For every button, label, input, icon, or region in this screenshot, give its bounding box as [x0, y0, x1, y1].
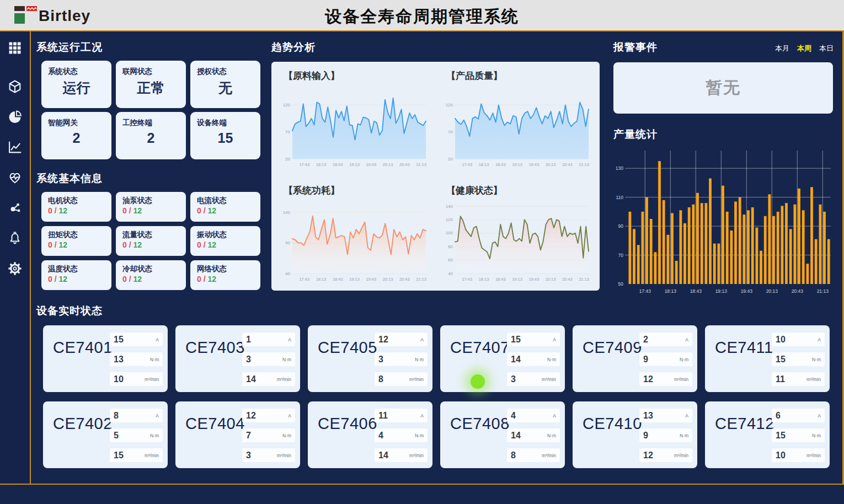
device-card-ce7410[interactable]: CE7410 13A 9N·m 12m³/min	[573, 401, 697, 468]
device-name: CE7403	[185, 339, 245, 357]
svg-text:17:43: 17:43	[462, 277, 472, 282]
svg-text:18:43: 18:43	[495, 162, 506, 167]
metric-value: 9	[643, 431, 648, 441]
svg-text:20:43: 20:43	[792, 288, 804, 294]
metric-value: 15	[776, 355, 786, 364]
metric-row: 2A	[639, 333, 692, 346]
system-info-grid: 电机状态0 / 12 油泵状态0 / 12 电流状态0 / 12 扭矩状态0 /…	[41, 192, 260, 290]
cube-3d-icon[interactable]	[7, 78, 23, 95]
unit-label: N·m	[812, 433, 821, 438]
device-card-ce7407[interactable]: CE7407 15A 14N·m 3m³/min	[440, 325, 565, 392]
apps-grid-icon[interactable]	[7, 40, 23, 56]
device-card-ce7405[interactable]: CE7405 12A 3N·m 8m³/min	[308, 325, 432, 392]
tab-today[interactable]: 本日	[819, 44, 834, 53]
svg-text:20:43: 20:43	[399, 277, 410, 282]
metric-value: 2	[643, 335, 648, 345]
svg-text:19:13: 19:13	[512, 277, 522, 282]
section-title-production: 产量统计	[613, 127, 658, 142]
metric-row: 1A	[242, 333, 295, 346]
alarm-count: 0 /	[48, 206, 57, 215]
section-title-devices: 设备实时状态	[36, 304, 103, 318]
device-card-ce7412[interactable]: CE7412 6A 15N·m 10m³/min	[705, 401, 830, 468]
info-card-count: 0 / 12	[122, 240, 179, 249]
status-card-value: 无	[197, 79, 254, 97]
device-card-ce7408[interactable]: CE7408 4A 14N·m 8m³/min	[440, 401, 565, 468]
network-nodes-icon[interactable]	[7, 200, 23, 216]
device-name: CE7411	[715, 339, 773, 357]
info-card-count: 0 / 12	[48, 240, 105, 249]
alarm-count: 0 /	[197, 275, 206, 283]
device-card-ce7409[interactable]: CE7409 2A 9N·m 12m³/min	[573, 325, 697, 392]
info-card-count: 0 / 12	[197, 206, 254, 215]
metric-value: 4	[511, 411, 516, 421]
metric-row: 3N·m	[242, 352, 295, 366]
production-bar-chart: 17:4318:1318:4319:1319:4320:1320:4321:13…	[611, 145, 835, 297]
metric-row: 8m³/min	[375, 372, 428, 386]
pie-chart-icon[interactable]	[7, 109, 23, 125]
svg-text:40: 40	[448, 271, 453, 276]
unit-label: A	[685, 337, 688, 342]
metric-row: 12m³/min	[639, 372, 692, 386]
svg-text:19:13: 19:13	[349, 277, 360, 282]
metric-value: 10	[114, 374, 124, 384]
info-card-label: 油泵状态	[122, 196, 179, 206]
device-card-ce7411[interactable]: CE7411 10A 15N·m 11m³/min	[705, 325, 830, 392]
metric-row: 10m³/min	[110, 372, 163, 386]
device-card-ce7403[interactable]: CE7403 1A 3N·m 14m³/min	[175, 325, 300, 392]
chart-title: 【原料输入】	[284, 69, 340, 82]
health-pulse-icon[interactable]	[7, 169, 23, 186]
unit-label: A	[685, 413, 688, 419]
svg-text:18:13: 18:13	[316, 162, 327, 167]
unit-label: N·m	[547, 357, 556, 362]
svg-text:20:43: 20:43	[562, 162, 573, 167]
gear-icon[interactable]	[7, 260, 23, 277]
device-name: CE7409	[583, 339, 642, 357]
device-name: CE7406	[318, 415, 377, 433]
device-card-ce7404[interactable]: CE7404 12A 7N·m 3m³/min	[175, 401, 300, 468]
unit-label: m³/min	[806, 377, 821, 382]
metric-value: 3	[378, 355, 383, 364]
info-card-count: 0 / 12	[48, 206, 105, 215]
svg-text:19:43: 19:43	[366, 277, 376, 282]
device-metrics: 15A 13N·m 10m³/min	[110, 333, 163, 392]
frame-line-sidebar	[30, 31, 31, 484]
metric-row: 9N·m	[639, 428, 692, 442]
device-card-ce7402[interactable]: CE7402 8A 5N·m 15m³/min	[43, 401, 168, 468]
device-name: CE7408	[450, 415, 510, 433]
unit-label: N·m	[150, 357, 159, 362]
device-metrics: 12A 7N·m 3m³/min	[242, 409, 295, 468]
unit-label: A	[553, 337, 556, 342]
top-header: Birtley 设备全寿命周期管理系统	[0, 0, 844, 30]
bell-icon[interactable]	[7, 230, 23, 246]
status-card: 系统状态运行	[41, 61, 111, 108]
chart-title: 【健康状态】	[446, 184, 503, 197]
info-card: 网络状态0 / 12	[190, 260, 260, 290]
info-card: 油泵状态0 / 12	[116, 192, 186, 222]
metric-row: 3m³/min	[242, 448, 295, 462]
status-card-label: 授权状态	[197, 67, 254, 77]
production-chart-wrap: 17:4318:1318:4319:1319:4320:1320:4321:13…	[611, 145, 835, 297]
total-count: 12	[133, 275, 142, 283]
metric-value: 14	[511, 355, 521, 364]
unit-label: A	[156, 337, 159, 342]
tab-this-month[interactable]: 本月	[775, 44, 789, 53]
info-card-label: 振动状态	[197, 230, 254, 240]
metric-value: 1	[246, 335, 251, 345]
line-chart-icon[interactable]	[7, 139, 23, 156]
status-card-value: 2	[48, 130, 105, 146]
device-card-ce7406[interactable]: CE7406 11A 4N·m 14m³/min	[308, 401, 432, 468]
svg-text:19:13: 19:13	[715, 288, 728, 294]
info-card-label: 扭矩状态	[48, 230, 105, 240]
total-count: 12	[207, 275, 216, 283]
metric-value: 6	[776, 411, 781, 421]
metric-value: 15	[776, 431, 786, 441]
unit-label: A	[288, 413, 291, 419]
trend-chart-system-power: 【系统功耗】 409014017:4318:1318:4319:1319:432…	[277, 180, 434, 289]
info-card-label: 电流状态	[197, 196, 254, 206]
device-card-ce7401[interactable]: CE7401 15A 13N·m 10m³/min	[43, 325, 168, 392]
alarm-period-tabs: 本月 本周 本日	[698, 44, 834, 53]
bottom-footer	[0, 485, 844, 504]
svg-text:21:13: 21:13	[416, 162, 426, 167]
tab-this-week[interactable]: 本周	[797, 44, 811, 53]
unit-label: m³/min	[674, 453, 688, 458]
